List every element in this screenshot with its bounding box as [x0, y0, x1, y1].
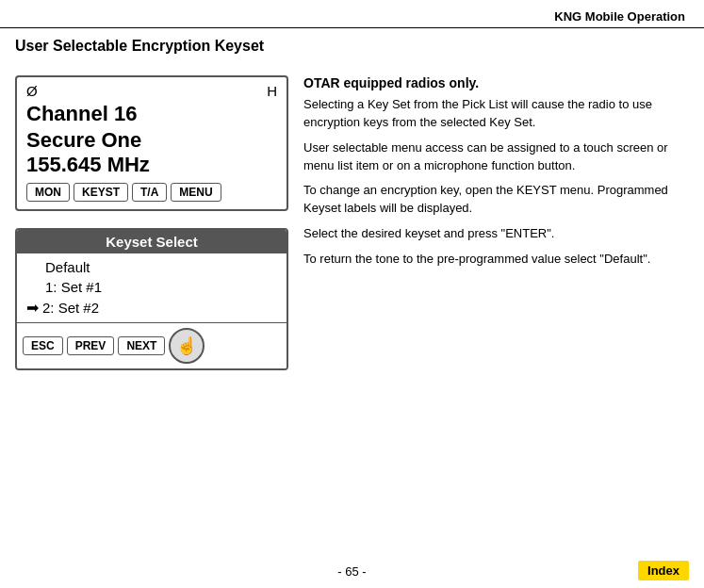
radio-frequency: 155.645 MHz — [26, 153, 277, 177]
otar-para-2: User selectable menu access can be assig… — [303, 139, 689, 175]
radio-btn-keyst[interactable]: KEYST — [74, 183, 128, 202]
radio-display: Ø H Channel 16 Secure One 155.645 MHz MO… — [15, 75, 288, 211]
main-content: Ø H Channel 16 Secure One 155.645 MHz MO… — [0, 64, 704, 378]
left-column: Ø H Channel 16 Secure One 155.645 MHz MO… — [15, 75, 288, 378]
keyset-buttons-row: ESC PREV NEXT ☝ — [17, 322, 287, 368]
enter-circle-button[interactable]: ☝ — [169, 328, 205, 364]
otar-para-3: To change an encryption key, open the KE… — [303, 182, 689, 218]
otar-para-5: To return the tone to the pre-programmed… — [303, 251, 689, 269]
keyset-item-2-label: 2: Set #2 — [42, 300, 99, 316]
keyset-item-1[interactable]: 1: Set #1 — [45, 277, 277, 297]
keyset-btn-prev[interactable]: PREV — [67, 336, 115, 355]
radio-btn-ta[interactable]: T/A — [132, 183, 167, 202]
enter-finger-icon: ☝ — [176, 335, 197, 356]
index-badge[interactable]: Index — [638, 561, 689, 580]
keyset-items: Default 1: Set #1 ➡ 2: Set #2 — [17, 253, 287, 322]
right-column: OTAR equipped radios only. Selecting a K… — [303, 75, 689, 378]
keyset-display: Keyset Select Default 1: Set #1 ➡ 2: Set… — [15, 228, 288, 370]
keyset-item-1-label: 1: Set #1 — [45, 279, 102, 295]
keyset-header: Keyset Select — [17, 230, 287, 253]
page-footer: - 65 - — [0, 564, 704, 579]
page-title: User Selectable Encryption Keyset — [15, 38, 689, 55]
keyset-item-default[interactable]: Default — [45, 257, 277, 277]
enter-button-area[interactable]: ☝ — [169, 328, 205, 364]
radio-symbol-right: H — [267, 83, 277, 99]
radio-top-row: Ø H — [26, 83, 277, 99]
keyset-btn-next[interactable]: NEXT — [118, 336, 165, 355]
keyset-item-default-label: Default — [45, 259, 90, 275]
radio-btn-mon[interactable]: MON — [26, 183, 70, 202]
keyset-item-2[interactable]: ➡ 2: Set #2 — [26, 297, 277, 318]
otar-para-4: Select the desired keyset and press "ENT… — [303, 225, 689, 243]
page-header: KNG Mobile Operation — [0, 0, 704, 28]
header-title: KNG Mobile Operation — [554, 9, 685, 24]
otar-title: OTAR equipped radios only. — [303, 75, 689, 90]
otar-para-1: Selecting a Key Set from the Pick List w… — [303, 96, 689, 132]
radio-buttons: MON KEYST T/A MENU — [26, 183, 277, 202]
keyset-btn-esc[interactable]: ESC — [23, 336, 63, 355]
radio-btn-menu[interactable]: MENU — [171, 183, 221, 202]
page-number: - 65 - — [337, 564, 366, 579]
radio-channel-name: Channel 16 Secure One — [26, 101, 277, 153]
radio-symbol-left: Ø — [26, 83, 38, 99]
keyset-arrow-icon: ➡ — [26, 299, 39, 317]
